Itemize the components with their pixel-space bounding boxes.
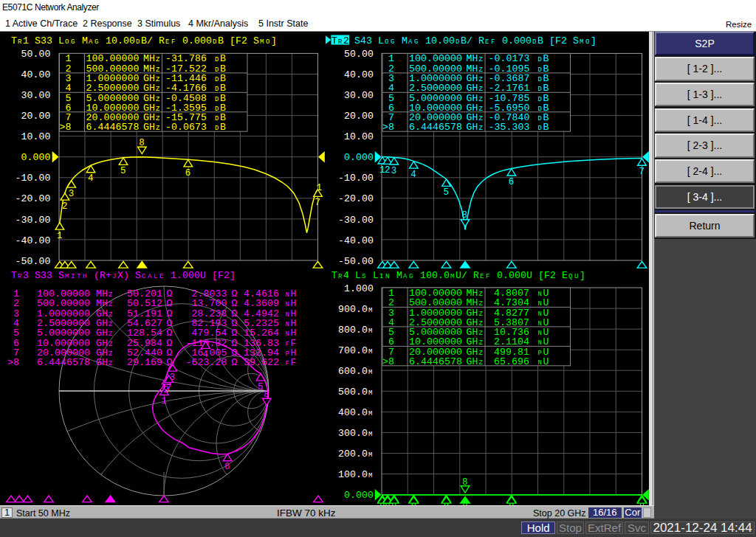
- svg-text:Tr1 S33 Log Mag 10.00dB/ Ref 0: Tr1 S33 Log Mag 10.00dB/ Ref 0.000dB [F2…: [11, 35, 277, 46]
- svg-text:-30.00: -30.00: [16, 215, 51, 226]
- svg-text:-20.00: -20.00: [338, 193, 374, 204]
- svg-text:900.0m: 900.0m: [338, 304, 372, 315]
- svg-text:10.00: 10.00: [344, 131, 374, 142]
- svg-text:800.0m: 800.0m: [338, 325, 372, 336]
- svg-text:29.169: 29.169: [127, 357, 162, 368]
- svg-text:1: 1: [57, 231, 63, 241]
- svg-text:-50.00: -50.00: [338, 256, 374, 267]
- svg-text:GHz: GHz: [143, 122, 160, 133]
- svg-text:>8: >8: [7, 357, 19, 368]
- svg-text:Tr2: Tr2: [331, 35, 349, 46]
- svg-text:4: 4: [203, 350, 209, 360]
- svg-text:3: 3: [391, 166, 397, 176]
- svg-text:1.000: 1.000: [344, 283, 374, 294]
- svg-text:Tr3 S33 Smith (R+jX) Scale 1.0: Tr3 S33 Smith (R+jX) Scale 1.000U [F2]: [11, 270, 236, 281]
- svg-text:8: 8: [264, 389, 269, 400]
- svg-text:0.000: 0.000: [344, 152, 374, 163]
- svg-text:1: 1: [317, 183, 323, 193]
- svg-text:GHz: GHz: [467, 356, 484, 367]
- svg-text:S43 Log Mag 10.00dB/ Ref 0.000: S43 Log Mag 10.00dB/ Ref 0.000dB [F2 Smo…: [354, 35, 597, 46]
- svg-text:GHz: GHz: [96, 357, 113, 368]
- svg-text:5: 5: [444, 187, 450, 198]
- svg-text:dB: dB: [538, 122, 549, 133]
- svg-text:2: 2: [385, 165, 391, 176]
- svg-text:10.00: 10.00: [21, 131, 51, 142]
- svg-text:Ω: Ω: [232, 357, 238, 368]
- svg-text:20.00: 20.00: [21, 111, 51, 122]
- svg-text:GHz: GHz: [467, 122, 484, 133]
- svg-text:600.0m: 600.0m: [338, 366, 372, 377]
- svg-text:700.0m: 700.0m: [338, 345, 372, 356]
- svg-text:1: 1: [161, 396, 167, 406]
- svg-text:-35.303: -35.303: [489, 122, 530, 133]
- svg-text:6.4446578: 6.4446578: [409, 356, 462, 367]
- svg-text:6: 6: [185, 168, 191, 179]
- svg-text:7: 7: [166, 384, 172, 394]
- svg-text:4: 4: [88, 173, 94, 184]
- svg-text:5: 5: [120, 166, 126, 176]
- svg-text:fF: fF: [286, 357, 297, 368]
- svg-text:6.4446578: 6.4446578: [86, 122, 140, 133]
- svg-text:7: 7: [639, 167, 645, 177]
- svg-text:>8: >8: [60, 122, 72, 133]
- svg-text:0.000: 0.000: [344, 490, 374, 501]
- svg-text:8: 8: [462, 477, 468, 488]
- svg-text:300.0m: 300.0m: [338, 428, 372, 439]
- svg-text:8: 8: [462, 210, 468, 221]
- svg-text:-30.00: -30.00: [338, 215, 374, 226]
- svg-text:-50.00: -50.00: [16, 256, 51, 267]
- svg-text:30.00: 30.00: [21, 90, 51, 101]
- svg-text:65.696: 65.696: [494, 356, 529, 367]
- svg-text:8: 8: [139, 138, 145, 148]
- svg-text:50.00: 50.00: [344, 49, 374, 60]
- svg-text:6: 6: [509, 177, 515, 187]
- svg-text:-40.00: -40.00: [16, 235, 51, 246]
- svg-text:-40.00: -40.00: [338, 235, 374, 246]
- svg-text:39.622: 39.622: [244, 357, 279, 368]
- svg-text:6.4446578: 6.4446578: [37, 357, 90, 368]
- svg-text:-10.00: -10.00: [16, 173, 51, 184]
- svg-text:100.0m: 100.0m: [338, 469, 372, 480]
- svg-text:2: 2: [62, 201, 68, 212]
- svg-text:>8: >8: [382, 122, 394, 133]
- svg-text:>8: >8: [382, 356, 394, 367]
- svg-text:5: 5: [258, 382, 264, 392]
- svg-text:30.00: 30.00: [344, 90, 374, 101]
- svg-text:nU: nU: [538, 356, 549, 367]
- svg-text:dB: dB: [215, 122, 226, 133]
- svg-text:4: 4: [410, 170, 416, 180]
- svg-text:3: 3: [69, 189, 75, 199]
- svg-text:-0.0673: -0.0673: [165, 122, 207, 133]
- svg-text:50.00: 50.00: [21, 49, 51, 60]
- svg-text:20.00: 20.00: [344, 111, 374, 122]
- svg-text:40.00: 40.00: [21, 69, 51, 80]
- svg-text:6.4446578: 6.4446578: [409, 122, 462, 133]
- svg-text:40.00: 40.00: [344, 69, 374, 80]
- svg-text:6: 6: [224, 462, 230, 472]
- svg-text:Tr4 Ls Lin Mag 100.0mU/ Ref 0.: Tr4 Ls Lin Mag 100.0mU/ Ref 0.000U [F2 E…: [331, 270, 585, 281]
- svg-text:200.0m: 200.0m: [338, 448, 372, 460]
- svg-text:7: 7: [315, 198, 321, 208]
- svg-text:-10.00: -10.00: [338, 173, 374, 184]
- svg-text:0.000: 0.000: [21, 152, 51, 163]
- svg-text:500.0m: 500.0m: [338, 387, 372, 398]
- svg-text:-20.00: -20.00: [16, 193, 51, 204]
- svg-text:400.0m: 400.0m: [338, 407, 372, 418]
